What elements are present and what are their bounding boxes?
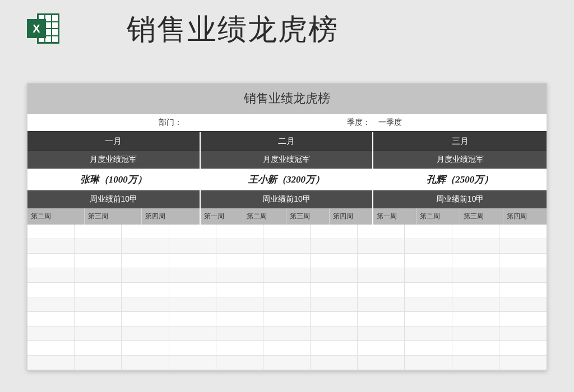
cell bbox=[169, 356, 216, 370]
cell bbox=[358, 254, 405, 268]
month-feb: 二月 月度业绩冠军 王小新（3200万） 周业绩前10甲 第一周 第二周 第三周… bbox=[201, 132, 374, 225]
week-col: 第四周 bbox=[330, 208, 373, 225]
cell bbox=[75, 283, 122, 297]
cell bbox=[405, 326, 452, 341]
cell bbox=[499, 225, 547, 239]
cell bbox=[216, 239, 263, 254]
cell bbox=[499, 254, 547, 268]
cell bbox=[311, 239, 358, 254]
cell bbox=[75, 225, 122, 239]
weeks-head: 第二周 第三周 第四周 bbox=[27, 208, 200, 225]
cell bbox=[499, 356, 547, 370]
week-col: 第四周 bbox=[142, 208, 199, 225]
cell bbox=[27, 312, 75, 326]
cell bbox=[75, 254, 122, 268]
cell bbox=[452, 239, 499, 254]
cell bbox=[311, 268, 358, 283]
quarter-value: 一季度 bbox=[375, 114, 547, 131]
quarter-label: 季度： bbox=[313, 114, 375, 131]
cell bbox=[122, 239, 169, 254]
table-row bbox=[27, 297, 547, 312]
cell bbox=[169, 283, 216, 297]
champion-name: 张琳（1000万） bbox=[27, 169, 200, 191]
weeks-head: 第一周 第二周 第三周 第四周 bbox=[201, 208, 373, 225]
cell bbox=[311, 254, 358, 268]
cell bbox=[405, 297, 452, 312]
cell bbox=[499, 283, 547, 297]
page-title: 销售业绩龙虎榜 bbox=[127, 10, 339, 49]
month-name: 三月 bbox=[373, 132, 547, 151]
cell bbox=[499, 297, 547, 312]
cell bbox=[27, 239, 75, 254]
champion-name: 孔辉（2500万） bbox=[373, 169, 547, 191]
data-grid bbox=[27, 225, 547, 370]
cell bbox=[263, 341, 311, 356]
cell bbox=[169, 254, 216, 268]
cell bbox=[452, 283, 499, 297]
cell bbox=[311, 312, 358, 326]
cell bbox=[358, 341, 405, 356]
cell bbox=[216, 225, 263, 239]
cell bbox=[405, 356, 452, 370]
cell bbox=[169, 268, 216, 283]
cell bbox=[27, 254, 75, 268]
champ-label: 月度业绩冠军 bbox=[27, 151, 200, 169]
cell bbox=[358, 326, 405, 341]
table-row bbox=[27, 254, 547, 268]
cell bbox=[263, 326, 311, 341]
cell bbox=[452, 254, 499, 268]
excel-icon: X bbox=[27, 13, 59, 46]
week-col: 第一周 bbox=[201, 208, 244, 225]
cell bbox=[499, 326, 547, 341]
table-row bbox=[27, 312, 547, 326]
cell bbox=[27, 268, 75, 283]
table-row bbox=[27, 356, 547, 370]
cell bbox=[27, 326, 75, 341]
cell bbox=[405, 225, 452, 239]
cell bbox=[169, 225, 216, 239]
cell bbox=[358, 283, 405, 297]
week-top10-label: 周业绩前10甲 bbox=[27, 191, 200, 208]
cell bbox=[169, 326, 216, 341]
cell bbox=[75, 297, 122, 312]
header: X 销售业绩龙虎榜 bbox=[0, 0, 574, 65]
cell bbox=[311, 341, 358, 356]
cell bbox=[263, 225, 311, 239]
cell bbox=[75, 312, 122, 326]
week-col: 第四周 bbox=[503, 208, 547, 225]
cell bbox=[452, 268, 499, 283]
champion-name: 王小新（3200万） bbox=[201, 169, 373, 191]
cell bbox=[216, 341, 263, 356]
cell bbox=[216, 326, 263, 341]
cell bbox=[122, 283, 169, 297]
cell bbox=[27, 356, 75, 370]
cell bbox=[263, 297, 311, 312]
cell bbox=[216, 297, 263, 312]
cell bbox=[452, 356, 499, 370]
month-mar: 三月 月度业绩冠军 孔辉（2500万） 周业绩前10甲 第一周 第二周 第三周 … bbox=[373, 132, 547, 225]
week-col: 第三周 bbox=[85, 208, 142, 225]
cell bbox=[75, 326, 122, 341]
cell bbox=[216, 312, 263, 326]
cell bbox=[358, 356, 405, 370]
table-row bbox=[27, 341, 547, 356]
month-jan: 一月 月度业绩冠军 张琳（1000万） 周业绩前10甲 第二周 第三周 第四周 bbox=[27, 132, 201, 225]
months-row: 一月 月度业绩冠军 张琳（1000万） 周业绩前10甲 第二周 第三周 第四周 … bbox=[27, 132, 547, 225]
cell bbox=[263, 268, 311, 283]
cell bbox=[405, 239, 452, 254]
cell bbox=[311, 356, 358, 370]
cell bbox=[358, 297, 405, 312]
excel-badge: X bbox=[27, 19, 46, 38]
cell bbox=[358, 239, 405, 254]
cell bbox=[499, 312, 547, 326]
week-col: 第二周 bbox=[243, 208, 286, 225]
cell bbox=[452, 297, 499, 312]
cell bbox=[311, 326, 358, 341]
cell bbox=[169, 297, 216, 312]
weeks-head: 第一周 第二周 第三周 第四周 bbox=[373, 208, 547, 225]
cell bbox=[499, 268, 547, 283]
cell bbox=[27, 297, 75, 312]
cell bbox=[405, 283, 452, 297]
champ-label: 月度业绩冠军 bbox=[201, 151, 373, 169]
cell bbox=[405, 268, 452, 283]
